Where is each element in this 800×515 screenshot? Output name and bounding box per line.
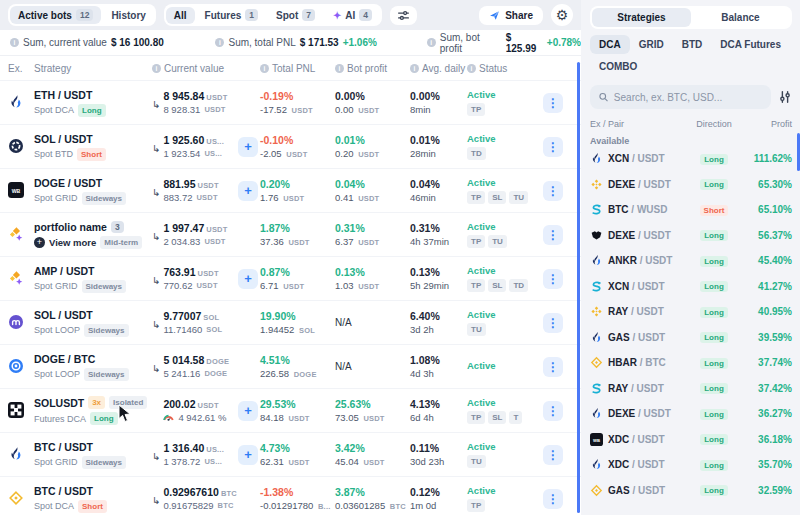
direction-badge: Long xyxy=(700,460,728,471)
tab-combo[interactable]: COMBO xyxy=(590,57,646,76)
total-pnl-value: -2.05 USDT xyxy=(260,148,335,159)
current-value: 0.92967610 xyxy=(163,486,218,498)
pair-row[interactable]: DEXE / USDT Long 36.27% xyxy=(590,401,792,427)
pair-row[interactable]: BTC / WUSD Short 65.10% xyxy=(590,197,792,223)
row-menu-button[interactable]: ⋮ xyxy=(543,93,563,113)
tab-history[interactable]: History xyxy=(103,7,153,24)
whitebit-icon: WB xyxy=(590,433,603,446)
search-input[interactable] xyxy=(614,92,763,103)
info-icon xyxy=(260,64,269,73)
bot-profit-value: 0.03601285 BTC xyxy=(335,500,410,511)
avg-daily-duration: 30d 23h xyxy=(410,456,467,467)
current-value: 5 014.58 xyxy=(163,354,204,366)
status-tags: TPSLT xyxy=(467,411,543,424)
tag-tu: TU xyxy=(467,455,486,468)
pair-row[interactable]: DEXE / USDT Long 56.37% xyxy=(590,223,792,249)
summary-percent: +0.78% xyxy=(547,37,581,48)
tab-btd[interactable]: BTD xyxy=(673,35,712,54)
add-funds-button[interactable]: + xyxy=(238,137,258,157)
tag-sl: SL xyxy=(488,279,506,292)
current-value: 200.02 xyxy=(163,398,195,410)
row-menu-button[interactable]: ⋮ xyxy=(543,489,563,509)
row-menu-button[interactable]: ⋮ xyxy=(543,357,563,377)
table-row[interactable]: BTC / USDT Spot DCAShort ↳ 0.92967610BTC… xyxy=(0,476,581,515)
table-row[interactable]: DOGE / BTC Spot LOOPSideways ↳ 5 014.58D… xyxy=(0,344,581,388)
pair-row[interactable]: XCN / USDT Long 41.27% xyxy=(590,274,792,300)
pair-row[interactable]: WB XDC / USDT Long 36.18% xyxy=(590,427,792,453)
segment-strategies[interactable]: Strategies xyxy=(592,8,691,27)
currency-unit: BTC xyxy=(221,489,237,498)
info-icon xyxy=(467,64,476,73)
filter-all[interactable]: All xyxy=(166,7,195,24)
summary-percent: +1.06% xyxy=(343,37,377,48)
add-funds-button[interactable]: + xyxy=(238,401,258,421)
direction-badge: Long xyxy=(700,256,728,267)
row-menu-button[interactable]: ⋮ xyxy=(543,401,563,421)
row-menu-button[interactable]: ⋮ xyxy=(543,269,563,289)
table-row[interactable]: BTC / USDT Spot GRIDSideways ↳ 1 316.40U… xyxy=(0,432,581,476)
current-value: 881.95 xyxy=(163,178,195,190)
pair-name: ETH / USDT xyxy=(34,89,92,101)
pair-row[interactable]: XCN / USDT Long 111.62% xyxy=(590,146,792,172)
filter-spot[interactable]: Spot 7 xyxy=(268,6,323,24)
pair-name: DOGE / BTC xyxy=(34,353,95,365)
settings-button[interactable]: ⚙ xyxy=(551,4,573,26)
filter-futures[interactable]: Futures 1 xyxy=(197,6,266,24)
pair-profit: 40.95% xyxy=(738,306,792,317)
pair-row[interactable]: DEXE / USDT Long 65.30% xyxy=(590,172,792,198)
row-menu-button[interactable]: ⋮ xyxy=(543,445,563,465)
add-funds-button[interactable]: + xyxy=(238,445,258,465)
row-menu-button[interactable]: ⋮ xyxy=(543,313,563,333)
pair-row[interactable]: GAS / USDT Long 39.59% xyxy=(590,325,792,351)
table-row[interactable]: SOL / USDT Spot BTDShort ↳ 1 925.60US...… xyxy=(0,124,581,168)
bot-profit-value: 73.05 USDT xyxy=(335,412,410,423)
info-icon xyxy=(152,64,161,73)
tab-grid[interactable]: GRID xyxy=(630,35,673,54)
pair-row[interactable]: HBAR / BTC Long 37.74% xyxy=(590,350,792,376)
sort-filter-icon[interactable] xyxy=(778,90,792,104)
bot-profit-value: 1.03 USDT xyxy=(335,280,410,291)
table-row[interactable]: portfolio name3 +View moreMid-term ↳ 1 9… xyxy=(0,212,581,256)
pair-quote: / USDT xyxy=(635,230,671,241)
share-button[interactable]: Share xyxy=(479,6,543,25)
pair-row[interactable]: RAY / USDT Long 37.42% xyxy=(590,376,792,402)
left-panel-scrollbar[interactable] xyxy=(577,62,580,513)
pair-row[interactable]: ANKR / USDT Long 45.40% xyxy=(590,248,792,274)
table-row[interactable]: SOL / USDT Spot LOOPSideways ↳ 9.77007SO… xyxy=(0,300,581,344)
status-tags: TU xyxy=(467,455,543,468)
pair-profit: 41.27% xyxy=(738,281,792,292)
filter-ai[interactable]: ✦ AI 4 xyxy=(325,6,380,24)
table-settings-button[interactable] xyxy=(390,6,417,25)
row-menu-button[interactable]: ⋮ xyxy=(543,181,563,201)
add-funds-button[interactable]: + xyxy=(238,181,258,201)
summary-label: Sum, bot profit xyxy=(440,32,502,54)
pair-row[interactable]: RAY / USDT Long 40.95% xyxy=(590,299,792,325)
table-row[interactable]: SOLUSDT3xIsolated Futures DCALong ↳ 200.… xyxy=(0,388,581,432)
currency-unit: USDT xyxy=(196,193,217,202)
bots-tab-group: Active bots 12 History xyxy=(8,4,156,26)
total-pnl-value: 6.71 USDT xyxy=(260,280,335,291)
table-row[interactable]: WB DOGE / USDT Spot GRIDSideways ↳ 881.9… xyxy=(0,168,581,212)
segment-balance[interactable]: Balance xyxy=(691,8,790,27)
view-more-link[interactable]: View more xyxy=(49,237,96,248)
pair-profit: 65.10% xyxy=(738,204,792,215)
row-menu-button[interactable]: ⋮ xyxy=(543,137,563,157)
pair-row[interactable]: GAS / USDT Long 32.59% xyxy=(590,478,792,504)
share-label: Share xyxy=(505,10,533,21)
search-box[interactable] xyxy=(590,85,771,109)
row-menu-button[interactable]: ⋮ xyxy=(543,225,563,245)
direction-badge: Long xyxy=(700,409,728,420)
tab-dca[interactable]: DCA xyxy=(590,35,630,54)
pair-base: BTC xyxy=(608,204,629,215)
direction-badge: Long xyxy=(700,358,728,369)
pair-row[interactable]: XDC / USDT Long 35.70% xyxy=(590,452,792,478)
total-pnl-value: 226.58 DOGE xyxy=(260,368,335,379)
pair-base: GAS xyxy=(608,485,630,496)
bot-profit-percent: 0.00% xyxy=(335,90,410,102)
tag-sideways: Sideways xyxy=(82,456,126,469)
tab-dca-futures[interactable]: DCA Futures xyxy=(711,35,790,54)
table-row[interactable]: ETH / USDT Spot DCALong ↳ 8 945.84USDT 8… xyxy=(0,80,581,124)
table-row[interactable]: AMP / USDT Spot GRIDSideways ↳ 763.91USD… xyxy=(0,256,581,300)
add-funds-button[interactable]: + xyxy=(238,269,258,289)
tab-active-bots[interactable]: Active bots 12 xyxy=(10,6,101,24)
